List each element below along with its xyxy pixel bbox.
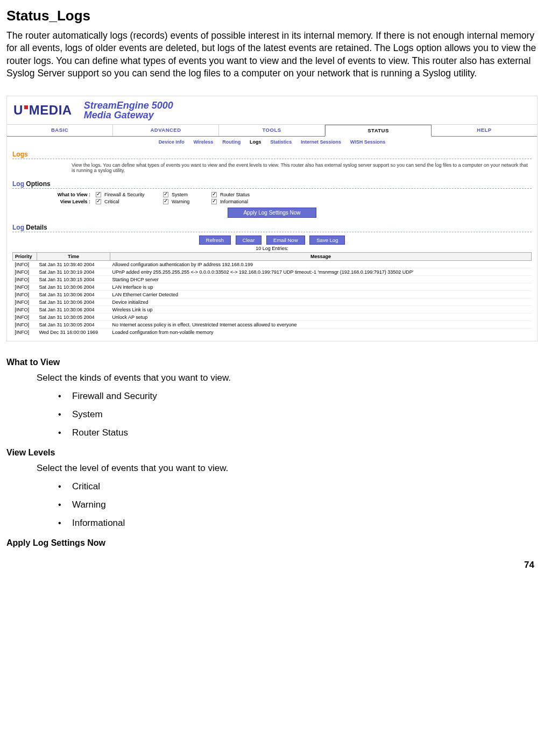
what-to-view-row: What to View : Firewall & Security Syste… (29, 192, 532, 197)
option-system: System (172, 192, 188, 197)
page-title: Status_Logs (6, 8, 538, 24)
table-row: [INFO]Sat Jan 31 10:30:05 2004No Interne… (13, 321, 532, 329)
def-view-levels-text: Select the level of events that you want… (37, 463, 538, 474)
tab-advanced[interactable]: ADVANCED (113, 125, 219, 136)
brand-logo: U MEDIA (13, 103, 72, 118)
tab-help[interactable]: HELP (432, 125, 537, 136)
option-warning: Warning (172, 199, 189, 204)
subtab-routing[interactable]: Routing (222, 139, 241, 145)
def-what-to-view-text: Select the kinds of events that you want… (37, 373, 538, 383)
subtab-wish-sessions[interactable]: WISH Sessions (350, 139, 386, 145)
checkbox-firewall-security[interactable] (96, 192, 101, 197)
def-what-to-view: What to View (6, 358, 538, 367)
logo-red-square-icon (24, 105, 28, 109)
col-message: Message (110, 253, 532, 261)
table-row: [INFO]Sat Jan 31 10:30:06 2004Device ini… (13, 298, 532, 306)
list-item: Firewall and Security (58, 391, 538, 402)
list-item: Critical (58, 481, 538, 492)
option-firewall-security: Firewall & Security (104, 192, 145, 197)
option-informational: Informational (220, 199, 248, 204)
tab-tools[interactable]: TOOLS (219, 125, 325, 136)
def-view-levels: View Levels (6, 448, 538, 458)
clear-button[interactable]: Clear (236, 236, 262, 245)
checkbox-router-status[interactable] (211, 192, 217, 197)
checkbox-critical[interactable] (96, 199, 101, 204)
section-logs-header: Logs (12, 149, 532, 159)
option-router-status: Router Status (220, 192, 250, 197)
router-screenshot: U MEDIA StreamEngine 5000 Media Gateway … (6, 96, 538, 341)
logo-u: U (13, 103, 23, 118)
subtab-internet-sessions[interactable]: Internet Sessions (301, 139, 341, 145)
table-row: [INFO]Sat Jan 31 10:30:06 2004LAN Ethern… (13, 291, 532, 298)
col-time: Time (37, 253, 110, 261)
checkbox-informational[interactable] (211, 199, 217, 204)
list-item: Router Status (58, 427, 538, 438)
list-item: System (58, 409, 538, 420)
table-row: [INFO]Sat Jan 31 10:30:15 2004Starting D… (13, 276, 532, 283)
def-apply-log-settings: Apply Log Settings Now (6, 538, 538, 548)
table-row: [INFO]Sat Jan 31 10:30:19 2004UPnP added… (13, 268, 532, 276)
option-critical: Critical (104, 199, 119, 204)
refresh-button[interactable]: Refresh (199, 236, 231, 245)
section-log-options-header: Log Options (12, 179, 532, 189)
apply-log-settings-button[interactable]: Apply Log Settings Now (228, 208, 316, 218)
save-log-button[interactable]: Save Log (309, 236, 345, 245)
section-log-details-header: Log Details (12, 222, 532, 232)
what-to-view-label: What to View : (29, 192, 90, 197)
product-line-2: Media Gateway (84, 110, 173, 120)
view-levels-row: View Levels : Critical Warning Informati… (29, 199, 532, 204)
list-item: Warning (58, 500, 538, 510)
subtab-device-info[interactable]: Device Info (159, 139, 185, 145)
intro-paragraph: The router automatically logs (records) … (6, 30, 538, 80)
table-row: [INFO]Sat Jan 31 10:30:06 2004LAN interf… (13, 283, 532, 291)
sub-nav: Device Info Wireless Routing Logs Statis… (7, 137, 537, 147)
email-now-button[interactable]: Email Now (266, 236, 305, 245)
subtab-wireless[interactable]: Wireless (193, 139, 213, 145)
table-row: [INFO]Sat Jan 31 10:30:06 2004Wireless L… (13, 306, 532, 313)
view-levels-label: View Levels : (29, 199, 90, 204)
product-line-1: StreamEngine 5000 (84, 101, 173, 110)
main-nav: BASIC ADVANCED TOOLS STATUS HELP (7, 124, 537, 137)
checkbox-system[interactable] (163, 192, 168, 197)
checkbox-warning[interactable] (163, 199, 168, 204)
product-name: StreamEngine 5000 Media Gateway (84, 101, 173, 120)
tab-basic[interactable]: BASIC (7, 125, 113, 136)
table-row: [INFO]Sat Jan 31 10:30:05 2004Unlock AP … (13, 313, 532, 321)
log-entries-count: 10 Log Entries: (12, 246, 532, 251)
header-banner: U MEDIA StreamEngine 5000 Media Gateway (7, 96, 537, 124)
col-priority: Priority (13, 253, 37, 261)
table-row: [INFO]Wed Dec 31 16:00:00 1969Loaded con… (13, 329, 532, 336)
list-item: Informational (58, 518, 538, 529)
subtab-logs[interactable]: Logs (250, 139, 262, 145)
subtab-statistics[interactable]: Statistics (270, 139, 292, 145)
logs-description: View the logs. You can define what types… (72, 162, 532, 173)
logo-suffix: MEDIA (29, 103, 72, 118)
log-table: Priority Time Message [INFO]Sat Jan 31 1… (12, 252, 532, 336)
table-row: [INFO]Sat Jan 31 10:39:40 2004Allowed co… (13, 261, 532, 268)
tab-status[interactable]: STATUS (325, 125, 432, 137)
page-number: 74 (524, 560, 534, 570)
